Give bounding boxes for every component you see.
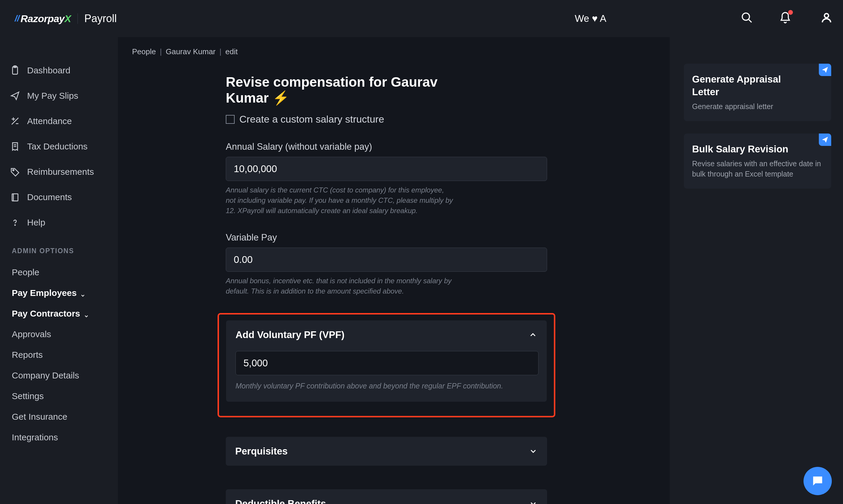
- breadcrumb-people[interactable]: People: [132, 47, 156, 56]
- sidebar-item-reports[interactable]: Reports: [0, 345, 118, 365]
- right-column: Generate Appraisal Letter Generate appra…: [684, 64, 831, 201]
- sidebar-item-tax[interactable]: Tax Deductions: [0, 134, 118, 159]
- send-badge-icon: [819, 64, 831, 76]
- logo-glyph: //: [15, 14, 19, 23]
- custom-structure-label: Create a custom salary structure: [239, 113, 384, 125]
- variable-pay-help: Annual bonus, incentive etc. that is not…: [226, 276, 453, 296]
- card-appraisal[interactable]: Generate Appraisal Letter Generate appra…: [684, 64, 831, 121]
- logo-divider: [77, 13, 78, 24]
- svg-point-2: [824, 14, 828, 18]
- book-icon: [10, 192, 21, 203]
- admin-options-header: ADMIN OPTIONS: [0, 235, 118, 262]
- sidebar-item-company-details[interactable]: Company Details: [0, 365, 118, 386]
- sidebar-item-settings[interactable]: Settings: [0, 386, 118, 407]
- sidebar-item-help[interactable]: Help: [0, 210, 118, 235]
- logo-product: Payroll: [84, 12, 117, 25]
- sidebar-item-insurance[interactable]: Get Insurance: [0, 407, 118, 427]
- topbar: // RazorpayX Payroll We ♥ A: [0, 0, 843, 37]
- svg-line-1: [749, 19, 752, 22]
- vpf-help: Monthly voluntary PF contribution above …: [235, 380, 537, 391]
- chevron-up-icon: [528, 330, 537, 339]
- sidebar-item-documents[interactable]: Documents: [0, 184, 118, 210]
- sidebar-item-payslips[interactable]: My Pay Slips: [0, 83, 118, 108]
- chevron-down-icon: [529, 499, 538, 504]
- sidebar-item-approvals[interactable]: Approvals: [0, 324, 118, 345]
- sidebar-item-label: Dashboard: [27, 66, 70, 75]
- notifications-icon[interactable]: [778, 11, 792, 25]
- search-icon[interactable]: [740, 11, 754, 25]
- logo-brand: RazorpayX: [21, 13, 71, 24]
- sidebar-item-integrations[interactable]: Integrations: [0, 427, 118, 448]
- sidebar: Dashboard My Pay Slips Attendance Tax De…: [0, 37, 118, 504]
- custom-structure-checkbox[interactable]: [226, 115, 235, 124]
- chevron-down-icon: [529, 447, 538, 456]
- card-appraisal-title: Generate Appraisal Letter: [692, 73, 792, 98]
- vpf-title: Add Voluntary PF (VPF): [235, 329, 344, 340]
- breadcrumb-current: edit: [226, 47, 238, 56]
- notification-dot: [788, 10, 793, 15]
- deductible-title: Deductible Benefits: [235, 498, 326, 504]
- svg-point-0: [742, 13, 750, 20]
- sidebar-item-reimbursements[interactable]: Reimbursements: [0, 159, 118, 184]
- sidebar-item-label: Documents: [27, 192, 72, 202]
- sidebar-item-label: Tax Deductions: [27, 142, 88, 151]
- annual-salary-input[interactable]: [226, 157, 547, 181]
- clipboard-icon: [10, 65, 21, 76]
- sidebar-item-label: My Pay Slips: [27, 91, 78, 101]
- main: People | Gaurav Kumar | edit Revise comp…: [118, 37, 670, 504]
- sidebar-item-people[interactable]: People: [0, 262, 118, 283]
- variable-pay-label: Variable Pay: [226, 232, 453, 243]
- send-icon: [10, 90, 21, 102]
- annual-salary-label: Annual Salary (without variable pay): [226, 142, 453, 152]
- chevron-down-icon: [84, 311, 89, 316]
- sidebar-item-pay-contractors[interactable]: Pay Contractors: [0, 303, 118, 324]
- card-bulk-title: Bulk Salary Revision: [692, 143, 792, 156]
- card-bulk-sub: Revise salaries with an effective date i…: [692, 159, 823, 179]
- chat-fab[interactable]: [804, 467, 832, 495]
- custom-structure-row[interactable]: Create a custom salary structure: [226, 113, 453, 125]
- svg-point-11: [13, 169, 14, 170]
- logo[interactable]: // RazorpayX Payroll: [15, 12, 117, 25]
- card-bulk[interactable]: Bulk Salary Revision Revise salaries wit…: [684, 133, 831, 188]
- card-appraisal-sub: Generate appraisal letter: [692, 102, 823, 112]
- deductible-panel[interactable]: Deductible Benefits: [226, 489, 547, 504]
- svg-point-14: [15, 224, 15, 225]
- tag-icon: [10, 166, 21, 177]
- perquisites-title: Perquisites: [235, 446, 288, 457]
- page-title: Revise compensation for Gaurav Kumar ⚡: [226, 74, 453, 106]
- vpf-highlight: Add Voluntary PF (VPF) Monthly voluntary…: [217, 313, 555, 417]
- vpf-panel-header[interactable]: Add Voluntary PF (VPF): [235, 329, 537, 340]
- vpf-input[interactable]: [235, 351, 539, 375]
- sidebar-item-attendance[interactable]: Attendance: [0, 108, 118, 134]
- sidebar-item-label: Reimbursements: [27, 167, 94, 177]
- help-icon: [10, 217, 21, 228]
- sidebar-item-label: Help: [27, 217, 46, 228]
- breadcrumb: People | Gaurav Kumar | edit: [132, 46, 649, 56]
- sidebar-item-pay-employees[interactable]: Pay Employees: [0, 283, 118, 303]
- chevron-down-icon: [80, 290, 86, 295]
- vpf-panel: Add Voluntary PF (VPF) Monthly voluntary…: [226, 320, 547, 402]
- sidebar-item-label: Attendance: [27, 116, 72, 126]
- annual-salary-help: Annual salary is the current CTC (cost t…: [226, 185, 453, 216]
- breadcrumb-person[interactable]: Gaurav Kumar: [166, 47, 215, 56]
- sidebar-item-dashboard[interactable]: Dashboard: [0, 58, 118, 83]
- send-badge-icon: [819, 133, 831, 146]
- perquisites-panel[interactable]: Perquisites: [226, 437, 547, 466]
- receipt-icon: [10, 141, 21, 152]
- tagline: We ♥ A: [575, 13, 606, 24]
- user-menu-icon[interactable]: [820, 11, 833, 25]
- variable-pay-input[interactable]: [226, 248, 547, 272]
- plus-minus-icon: [10, 115, 21, 127]
